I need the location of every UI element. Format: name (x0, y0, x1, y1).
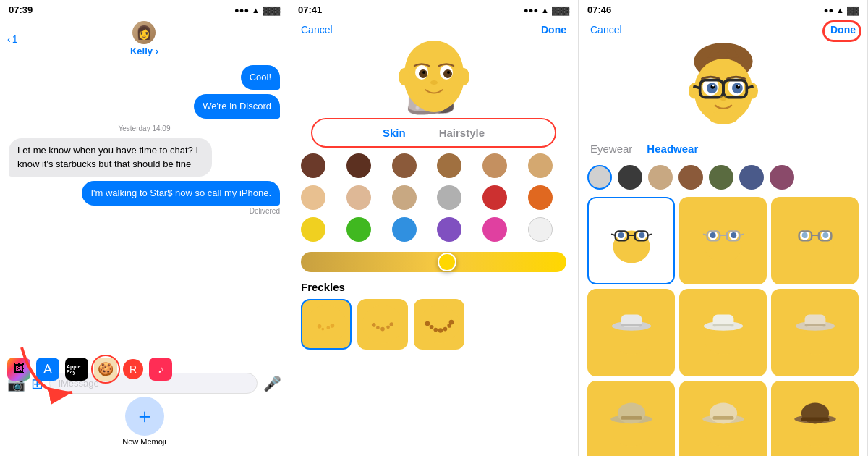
freckle-option-3[interactable] (414, 299, 464, 350)
swatch-5[interactable] (482, 153, 507, 178)
hw-item-3[interactable] (771, 197, 859, 284)
swatch-12[interactable] (528, 185, 553, 210)
swatch-15[interactable] (392, 217, 417, 242)
hw-item-8[interactable] (679, 381, 767, 456)
svg-point-4 (458, 68, 469, 85)
freckle-option-1[interactable] (301, 299, 352, 350)
status-bar-3: 07:46 ●● ▲ ▓▓ (579, 0, 867, 18)
svg-point-25 (425, 321, 430, 326)
svg-point-28 (438, 328, 443, 333)
swatch-4[interactable] (437, 153, 461, 178)
svg-point-16 (326, 326, 330, 329)
hw-item-4[interactable] (587, 289, 675, 376)
back-count: 1 (12, 33, 18, 45)
slider-track (301, 252, 566, 272)
status-icons-1: ●●● ▲ ▓▓▓ (234, 6, 280, 14)
hw-item-6[interactable] (771, 289, 859, 376)
swatch-18[interactable] (528, 217, 553, 242)
swatch-16[interactable] (437, 217, 461, 242)
swatch-14[interactable] (346, 217, 371, 242)
memoji-svg (394, 35, 474, 114)
svg-rect-90 (712, 324, 733, 326)
svg-point-3 (399, 68, 410, 85)
hw-item-2[interactable] (679, 197, 767, 284)
wifi-icon-2: ▲ (541, 6, 549, 14)
swatch-11[interactable] (482, 185, 507, 210)
swatch-2[interactable] (346, 153, 371, 178)
swatch-17[interactable] (482, 217, 507, 242)
memoji-tray-icon[interactable]: 🍪 (94, 358, 117, 381)
editor-header-3: Cancel Done (579, 18, 867, 38)
swatch-13[interactable] (301, 217, 326, 242)
swatch-10[interactable] (437, 185, 461, 210)
back-button[interactable]: ‹ 1 (7, 33, 17, 45)
hw-item-9[interactable] (771, 381, 859, 456)
tab-skin[interactable]: Skin (377, 124, 412, 142)
message-bubble: Cool! (241, 65, 280, 90)
svg-point-79 (822, 232, 828, 238)
freckle-option-2[interactable] (357, 299, 408, 350)
swatch-6[interactable] (528, 153, 553, 178)
time-2: 07:41 (298, 4, 322, 15)
skin-tone-slider[interactable] (289, 248, 578, 276)
signal-icon-3: ●● (824, 6, 833, 14)
new-memoji-button[interactable]: ＋ (125, 397, 164, 436)
memoji-preview-3 (579, 38, 867, 137)
headwear-panel: 07:46 ●● ▲ ▓▓ Cancel Done (579, 0, 868, 456)
swatch-8[interactable] (346, 185, 371, 210)
cancel-button-2[interactable]: Cancel (301, 24, 333, 35)
svg-point-19 (372, 323, 376, 327)
hw-item-5[interactable] (679, 289, 767, 376)
slider-thumb[interactable] (438, 253, 456, 271)
eyewear-color-3[interactable] (648, 165, 673, 190)
hw-item-7[interactable] (587, 381, 675, 456)
svg-point-9 (422, 71, 425, 74)
eyewear-color-4[interactable] (678, 165, 703, 190)
svg-point-15 (321, 328, 324, 331)
svg-rect-102 (712, 416, 733, 420)
svg-point-91 (796, 329, 833, 354)
hw-item-1[interactable] (587, 197, 675, 284)
message-bubble: I'm walking to Star$ now so call my iPho… (82, 181, 280, 206)
wifi-icon-3: ▲ (836, 6, 844, 14)
tab-eyewear[interactable]: Eyewear (590, 143, 632, 155)
nav-bar-1: ‹ 1 👩 Kelly › (0, 18, 289, 59)
svg-point-103 (796, 421, 833, 446)
tab-headwear[interactable]: Headwear (647, 143, 698, 155)
eyewear-color-2[interactable] (618, 165, 642, 190)
eyewear-color-row (579, 161, 867, 194)
svg-point-54 (708, 111, 738, 124)
swatch-1[interactable] (301, 153, 326, 178)
svg-point-83 (613, 329, 650, 354)
red-tray-icon[interactable]: R (123, 359, 143, 379)
svg-point-101 (709, 402, 736, 423)
chevron-left-icon: ‹ (7, 33, 11, 45)
svg-point-8 (443, 69, 452, 78)
eyewear-color-1[interactable] (587, 165, 612, 190)
svg-point-58 (618, 232, 624, 238)
wifi-icon: ▲ (252, 6, 260, 14)
tab-hairstyle[interactable]: Hairstyle (433, 124, 490, 142)
svg-point-10 (447, 71, 450, 74)
music-tray-icon[interactable]: ♪ (149, 358, 172, 381)
memoji-glasses-face (680, 43, 767, 132)
eyewear-color-7[interactable] (770, 165, 794, 190)
swatch-9[interactable] (392, 185, 417, 210)
cancel-button-3[interactable]: Cancel (590, 24, 622, 35)
eyewear-color-5[interactable] (709, 165, 733, 190)
skin-color-swatches (289, 148, 578, 248)
message-bubble: We're in Discord (194, 94, 280, 119)
battery-icon-2: ▓▓▓ (552, 6, 569, 14)
svg-point-87 (705, 329, 741, 354)
svg-point-24 (419, 305, 460, 344)
freckles-row (289, 296, 578, 352)
done-button-3[interactable]: Done (830, 24, 856, 35)
svg-rect-86 (621, 324, 642, 326)
imessage-panel: 07:39 ●●● ▲ ▓▓▓ ‹ 1 👩 Kelly › Cool! We'r… (0, 0, 289, 456)
svg-point-20 (376, 326, 380, 329)
done-button-2[interactable]: Done (541, 24, 566, 35)
swatch-3[interactable] (392, 153, 417, 178)
swatch-7[interactable] (301, 185, 326, 210)
skin-tabs: Skin Hairstyle (304, 118, 563, 148)
eyewear-color-6[interactable] (739, 165, 764, 190)
